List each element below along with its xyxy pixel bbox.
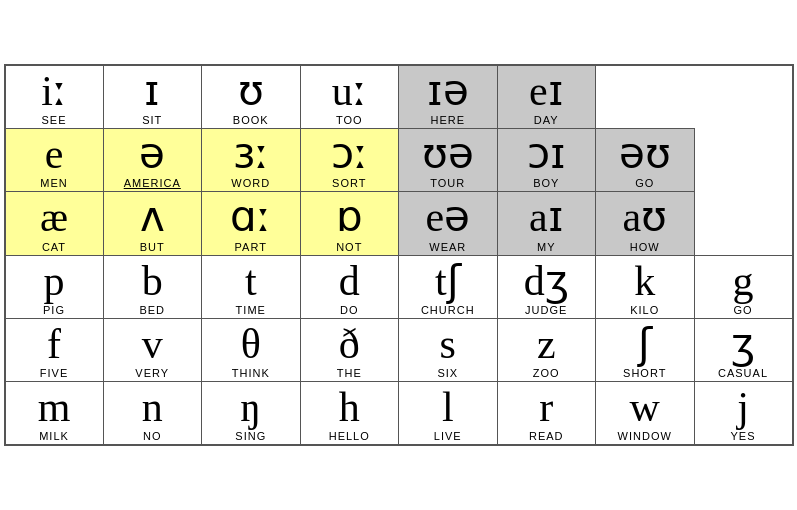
ipa-word: KILO bbox=[600, 304, 690, 316]
ipa-cell: əʊGO bbox=[596, 129, 695, 192]
ipa-word: NO bbox=[108, 430, 198, 442]
ipa-symbol: s bbox=[403, 321, 493, 367]
ipa-word: DO bbox=[305, 304, 395, 316]
ipa-word: SING bbox=[206, 430, 296, 442]
ipa-cell: fFIVE bbox=[5, 318, 104, 381]
ipa-word: THE bbox=[305, 367, 395, 379]
ipa-cell: vVERY bbox=[103, 318, 202, 381]
ipa-cell: ʊəTOUR bbox=[399, 129, 498, 192]
ipa-cell: ðTHE bbox=[300, 318, 399, 381]
ipa-word: HELLO bbox=[305, 430, 395, 442]
ipa-word: PIG bbox=[10, 304, 99, 316]
ipa-word: JUDGE bbox=[502, 304, 592, 316]
ipa-cell: ɔɪBOY bbox=[497, 129, 596, 192]
ipa-chart: iːSEEɪSITʊBOOKuːTOOɪəHEREeɪDAYeMENəAMERI… bbox=[4, 64, 794, 446]
ipa-symbol: k bbox=[600, 258, 690, 304]
ipa-symbol: f bbox=[10, 321, 99, 367]
ipa-symbol: ʒ bbox=[699, 321, 788, 367]
ipa-word: FIVE bbox=[10, 367, 99, 379]
ipa-cell: pPIG bbox=[5, 255, 104, 318]
ipa-symbol: tʃ bbox=[403, 258, 493, 304]
ipa-word: WINDOW bbox=[600, 430, 690, 442]
ipa-word: SIX bbox=[403, 367, 493, 379]
ipa-symbol: m bbox=[10, 384, 99, 430]
ipa-symbol: p bbox=[10, 258, 99, 304]
ipa-cell: wWINDOW bbox=[596, 381, 695, 445]
ipa-cell: dʒJUDGE bbox=[497, 255, 596, 318]
ipa-symbol: h bbox=[305, 384, 395, 430]
ipa-word: GO bbox=[699, 304, 788, 316]
ipa-cell: ɑːPART bbox=[202, 192, 301, 255]
ipa-cell: kKILO bbox=[596, 255, 695, 318]
ipa-cell: ɜːWORD bbox=[202, 129, 301, 192]
ipa-cell: mMILK bbox=[5, 381, 104, 445]
ipa-symbol: ð bbox=[305, 321, 395, 367]
ipa-word: CASUAL bbox=[699, 367, 788, 379]
ipa-word: BED bbox=[108, 304, 198, 316]
ipa-cell: gGO bbox=[694, 255, 793, 318]
ipa-symbol: ŋ bbox=[206, 384, 296, 430]
ipa-cell: ɔːSORT bbox=[300, 129, 399, 192]
ipa-symbol: ʃ bbox=[600, 321, 690, 367]
ipa-cell: eMEN bbox=[5, 129, 104, 192]
ipa-cell: eəWEAR bbox=[399, 192, 498, 255]
ipa-word: THINK bbox=[206, 367, 296, 379]
ipa-cell: ʌBUT bbox=[103, 192, 202, 255]
ipa-cell: tʃCHURCH bbox=[399, 255, 498, 318]
ipa-cell: ʒCASUAL bbox=[694, 318, 793, 381]
ipa-symbol: b bbox=[108, 258, 198, 304]
ipa-cell: iːSEE bbox=[5, 65, 104, 129]
ipa-cell: uːTOO bbox=[300, 65, 399, 129]
ipa-symbol: z bbox=[502, 321, 592, 367]
ipa-word: YES bbox=[699, 430, 788, 442]
ipa-word: MILK bbox=[10, 430, 99, 442]
ipa-cell: ɪəHERE bbox=[399, 65, 498, 129]
ipa-cell: ŋSING bbox=[202, 381, 301, 445]
ipa-cell: eɪDAY bbox=[497, 65, 596, 129]
ipa-cell: ɪSIT bbox=[103, 65, 202, 129]
ipa-cell: æCAT bbox=[5, 192, 104, 255]
ipa-symbol: j bbox=[699, 384, 788, 430]
ipa-cell: hHELLO bbox=[300, 381, 399, 445]
ipa-symbol: r bbox=[502, 384, 592, 430]
ipa-cell: əAMERICA bbox=[103, 129, 202, 192]
ipa-cell: ʃSHORT bbox=[596, 318, 695, 381]
ipa-symbol: θ bbox=[206, 321, 296, 367]
ipa-cell: ʊBOOK bbox=[202, 65, 301, 129]
ipa-symbol: n bbox=[108, 384, 198, 430]
ipa-cell: lLIVE bbox=[399, 381, 498, 445]
ipa-cell: tTIME bbox=[202, 255, 301, 318]
ipa-cell: ɒNOT bbox=[300, 192, 399, 255]
ipa-cell: θTHINK bbox=[202, 318, 301, 381]
ipa-symbol: d bbox=[305, 258, 395, 304]
ipa-symbol: t bbox=[206, 258, 296, 304]
ipa-word: LIVE bbox=[403, 430, 493, 442]
ipa-cell: nNO bbox=[103, 381, 202, 445]
ipa-symbol: l bbox=[403, 384, 493, 430]
ipa-cell: dDO bbox=[300, 255, 399, 318]
ipa-symbol: v bbox=[108, 321, 198, 367]
ipa-cell: zZOO bbox=[497, 318, 596, 381]
ipa-word: CHURCH bbox=[403, 304, 493, 316]
ipa-symbol: w bbox=[600, 384, 690, 430]
ipa-symbol: g bbox=[699, 258, 788, 304]
ipa-word: ZOO bbox=[502, 367, 592, 379]
ipa-cell: jYES bbox=[694, 381, 793, 445]
ipa-cell: sSIX bbox=[399, 318, 498, 381]
ipa-cell: rREAD bbox=[497, 381, 596, 445]
ipa-word: TIME bbox=[206, 304, 296, 316]
ipa-word: VERY bbox=[108, 367, 198, 379]
ipa-word: SHORT bbox=[600, 367, 690, 379]
ipa-cell: aʊHOW bbox=[596, 192, 695, 255]
ipa-word: READ bbox=[502, 430, 592, 442]
ipa-symbol: dʒ bbox=[502, 258, 592, 304]
ipa-cell: aɪMY bbox=[497, 192, 596, 255]
ipa-cell: bBED bbox=[103, 255, 202, 318]
